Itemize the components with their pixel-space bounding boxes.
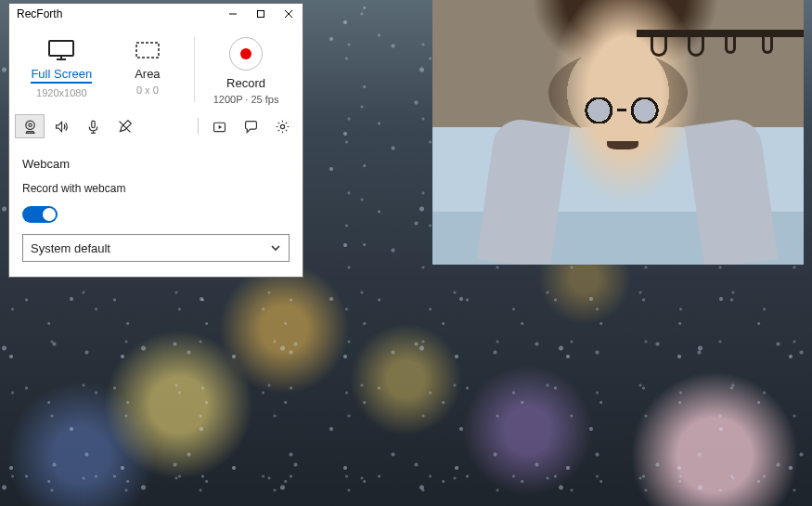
settings-tool[interactable] [267,114,297,138]
svg-rect-4 [49,41,73,56]
webcam-toggle[interactable] [22,206,58,223]
svg-rect-10 [91,121,94,128]
area-select-icon [135,37,161,63]
chat-icon [243,119,259,135]
toggle-knob [43,208,56,221]
webcam-toggle-label: Record with webcam [22,182,290,195]
mic-icon [85,119,101,135]
person-sweater [685,116,779,265]
svg-rect-7 [136,43,159,58]
mic-tool[interactable] [78,114,108,138]
mode-area[interactable]: Area 0 x 0 [105,37,191,96]
library-icon [212,119,227,135]
svg-point-9 [28,123,31,126]
close-button[interactable] [275,4,303,24]
person-mustache [607,141,638,149]
mode-fullscreen[interactable]: Full Screen 1920x1080 [19,37,105,98]
svg-marker-15 [218,124,221,128]
speaker-tool[interactable] [46,114,76,138]
toolbar [9,110,303,144]
mode-fullscreen-resolution: 1920x1080 [36,87,86,98]
background-hooks [637,30,804,37]
monitor-icon [47,37,75,63]
speaker-icon [54,119,70,135]
library-tool[interactable] [204,114,234,138]
webcam-heading: Webcam [22,157,290,171]
toolbar-divider [198,118,199,135]
mode-area-label: Area [135,67,160,81]
annotation-tool[interactable] [110,114,139,138]
background-hook [762,37,773,54]
gear-icon [275,119,290,135]
record-dot-icon [240,48,251,59]
mode-fullscreen-label: Full Screen [31,67,92,84]
titlebar[interactable]: RecForth [9,4,303,24]
webcam-icon [22,119,38,135]
chevron-down-icon [270,242,281,253]
maximize-button[interactable] [247,4,275,24]
pen-icon [117,119,133,135]
svg-point-8 [25,121,33,129]
background-hook [725,37,736,54]
webcam-device-selected: System default [31,241,110,255]
record-button[interactable] [229,37,263,71]
record-info: 1200P · 25 fps [213,94,279,105]
record-section: Record 1200P · 25 fps [199,37,293,105]
webcam-preview-overlay [432,0,804,265]
minimize-button[interactable] [219,4,247,24]
mode-area-resolution: 0 x 0 [136,84,159,96]
person-sweater [477,116,571,265]
capture-modes-row: Full Screen 1920x1080 Area 0 x 0 Record … [9,24,303,110]
vertical-divider [194,37,195,102]
window-title: RecForth [17,7,219,20]
feedback-tool[interactable] [236,114,265,138]
webcam-device-select[interactable]: System default [22,234,290,262]
svg-rect-1 [258,11,264,18]
record-label: Record [226,76,265,90]
webcam-settings-panel: Webcam Record with webcam System default [9,144,303,277]
webcam-tool[interactable] [15,114,45,138]
recforth-window: RecForth Full Screen 1920x1080 Area 0 x … [8,3,303,278]
svg-point-16 [280,124,284,128]
